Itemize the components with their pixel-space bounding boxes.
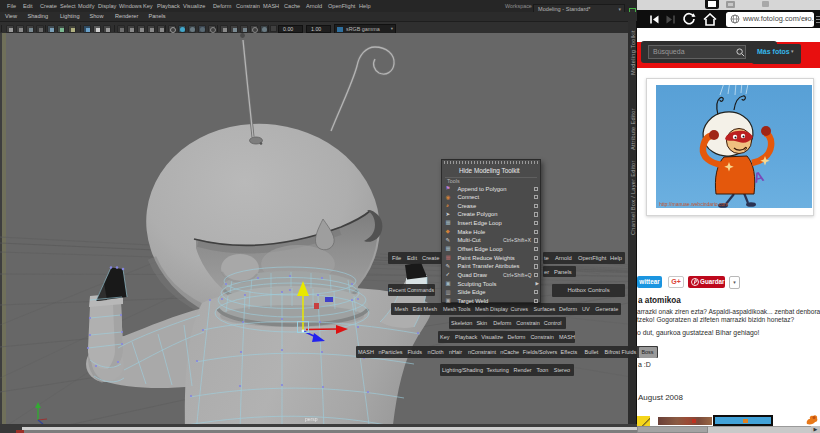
svg-text:Modeling Toolkit: Modeling Toolkit <box>630 30 636 75</box>
svg-text:Channel Box / Layer Editor: Channel Box / Layer Editor <box>630 160 636 235</box>
svg-text:http://manuae.webcindario.com: http://manuae.webcindario.com <box>659 201 728 207</box>
svg-text:Attribute Editor: Attribute Editor <box>630 108 636 150</box>
svg-text:persp: persp <box>305 416 318 422</box>
